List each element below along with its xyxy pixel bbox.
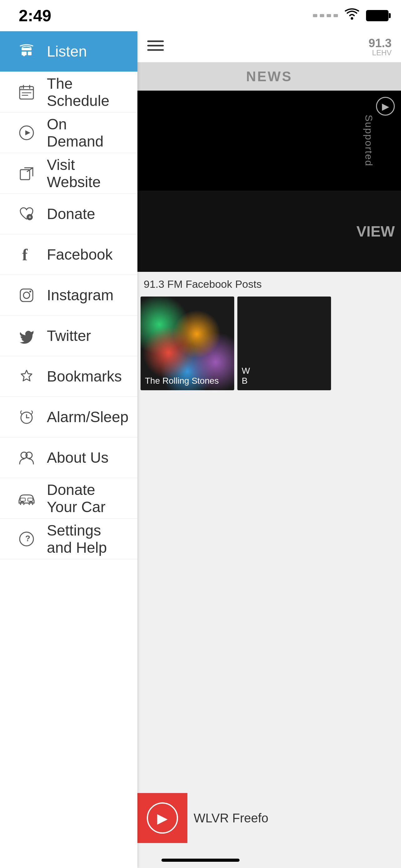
schedule-icon: ≡: [15, 84, 37, 100]
twitter-label: Twitter: [47, 327, 91, 344]
play-icon[interactable]: ▶: [376, 97, 395, 116]
news-tab-label: NEWS: [246, 69, 292, 84]
sidebar-item-donate[interactable]: + Donate: [0, 194, 137, 234]
status-time: 2:49: [19, 6, 156, 25]
external-link-icon: [15, 165, 37, 182]
player-play-button[interactable]: ▶: [137, 793, 188, 843]
status-bar: 2:49: [0, 0, 401, 31]
bookmarks-icon: [15, 368, 37, 384]
facebook-label: Facebook: [47, 246, 113, 263]
right-panel: 91.3 LEHV NEWS ▶ Supported VIEW 91.3 FM …: [137, 31, 401, 868]
sidebar-item-settings-and-help[interactable]: ? Settings and Help: [0, 519, 137, 559]
donate-car-label: Donate Your Car: [47, 481, 122, 516]
twitter-icon: [15, 328, 37, 344]
instagram-icon: [15, 287, 37, 303]
player-play-icon: ▶: [147, 802, 178, 834]
sidebar-item-on-demand[interactable]: On Demand: [0, 113, 137, 153]
on-demand-label: On Demand: [47, 116, 122, 150]
player-station-name: WLVR Freefo: [194, 811, 268, 825]
signal-icon: [313, 14, 338, 17]
bookmarks-label: Bookmarks: [47, 368, 122, 385]
sidebar-item-about-us[interactable]: About Us: [0, 437, 137, 478]
alarm-icon: [15, 409, 37, 425]
sidebar-item-visit-website[interactable]: Visit Website: [0, 153, 137, 194]
thumbnails-row: The Rolling Stones W B: [137, 297, 401, 390]
svg-rect-26: [20, 498, 25, 501]
donate-icon: +: [15, 206, 37, 222]
svg-point-4: [23, 54, 25, 56]
alarm-label: Alarm/Sleep: [47, 408, 128, 426]
sidebar-item-listen[interactable]: Listen: [0, 31, 137, 72]
settings-label: Settings and Help: [47, 522, 122, 556]
svg-text:?: ?: [25, 534, 30, 543]
sidebar: Listen ≡ The Schedule: [0, 31, 137, 868]
sidebar-item-facebook[interactable]: f Facebook: [0, 234, 137, 275]
video-thumbnail-2[interactable]: VIEW: [137, 191, 401, 272]
svg-text:≡: ≡: [21, 87, 23, 89]
main-layout: Listen ≡ The Schedule: [0, 31, 401, 868]
sidebar-item-instagram[interactable]: Instagram: [0, 275, 137, 316]
svg-rect-27: [28, 498, 33, 501]
svg-rect-3: [28, 52, 32, 55]
sidebar-item-twitter[interactable]: Twitter: [0, 316, 137, 356]
home-indicator: [162, 859, 239, 862]
instagram-label: Instagram: [47, 286, 113, 304]
sidebar-item-alarm-sleep[interactable]: Alarm/Sleep: [0, 397, 137, 437]
svg-marker-13: [25, 130, 30, 135]
car-icon: [15, 492, 37, 505]
about-us-label: About Us: [47, 449, 108, 466]
video-thumbnail-1[interactable]: ▶ Supported: [137, 91, 401, 191]
donate-label: Donate: [47, 205, 95, 222]
sidebar-item-the-schedule[interactable]: ≡ The Schedule: [0, 72, 137, 113]
news-tab-bar[interactable]: NEWS: [137, 62, 401, 91]
thumb-card-label-1: The Rolling Stones: [145, 376, 219, 386]
on-demand-icon: [15, 125, 37, 141]
right-header: 91.3 LEHV: [137, 31, 401, 62]
schedule-label: The Schedule: [47, 75, 122, 110]
svg-point-19: [24, 292, 30, 299]
station-code: LEHV: [369, 49, 392, 57]
thumb-card-2[interactable]: W B: [237, 297, 331, 390]
svg-rect-1: [22, 48, 32, 50]
fb-posts-label: 91.3 FM Facebook Posts: [137, 272, 401, 297]
thumb-card-rolling-stones[interactable]: The Rolling Stones: [140, 297, 234, 390]
about-us-icon: [15, 450, 37, 466]
player-bar: ▶ WLVR Freefo: [137, 793, 401, 843]
hamburger-icon[interactable]: [147, 37, 164, 56]
broadcast-icon: [15, 43, 37, 60]
visit-website-label: Visit Website: [47, 156, 122, 191]
svg-text:f: f: [22, 247, 28, 263]
svg-point-0: [351, 17, 353, 20]
svg-point-20: [29, 290, 31, 292]
wifi-icon: [344, 8, 360, 24]
facebook-icon: f: [15, 247, 37, 263]
sidebar-item-donate-your-car[interactable]: Donate Your Car: [0, 478, 137, 519]
thumb-card-label-2: W B: [242, 366, 250, 386]
battery-icon: [366, 10, 389, 21]
status-icons: [313, 8, 389, 24]
video-overlay: Supported: [363, 115, 375, 166]
sidebar-item-bookmarks[interactable]: Bookmarks: [0, 356, 137, 397]
help-circle-icon: ?: [15, 531, 37, 547]
svg-text:+: +: [28, 214, 31, 220]
view-label: VIEW: [356, 223, 395, 240]
listen-label: Listen: [47, 43, 87, 60]
station-number: 91.3: [369, 37, 392, 49]
station-info: 91.3 LEHV: [369, 37, 392, 57]
